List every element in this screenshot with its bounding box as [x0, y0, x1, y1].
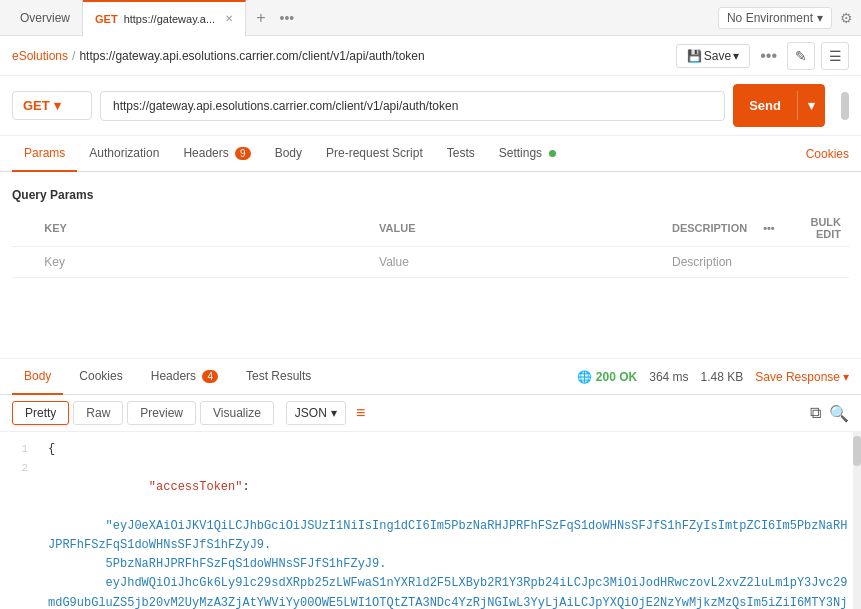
- breadcrumb-separator: /: [72, 49, 75, 63]
- tab-authorization[interactable]: Authorization: [77, 136, 171, 172]
- env-label: No Environment: [727, 11, 813, 25]
- query-params-section: Query Params KEY VALUE DESCRIPTION ••• B…: [0, 172, 861, 278]
- view-visualize-label: Visualize: [213, 406, 261, 420]
- format-selector[interactable]: JSON ▾: [286, 401, 346, 425]
- tab-prerequest-label: Pre-request Script: [326, 146, 423, 160]
- view-preview-button[interactable]: Preview: [127, 401, 196, 425]
- tab-tests-label: Tests: [447, 146, 475, 160]
- params-table: KEY VALUE DESCRIPTION ••• Bulk Edit Key …: [12, 210, 849, 278]
- search-icon[interactable]: 🔍: [829, 404, 849, 423]
- res-tab-cookies-label: Cookies: [79, 369, 122, 383]
- send-label: Send: [733, 91, 797, 120]
- save-response-label: Save Response: [755, 370, 840, 384]
- breadcrumb-current: https://gateway.api.esolutions.carrier.c…: [79, 49, 424, 63]
- global-options-icon[interactable]: ⚙: [840, 10, 853, 26]
- format-label: JSON: [295, 406, 327, 420]
- col-description-header: DESCRIPTION: [664, 210, 755, 247]
- edit-button[interactable]: ✎: [787, 42, 815, 70]
- json-response-body[interactable]: 1 { 2 "accessToken": "eyJ0eXAiOiJKV1QiLC…: [0, 432, 861, 609]
- query-params-title: Query Params: [12, 180, 849, 210]
- view-visualize-button[interactable]: Visualize: [200, 401, 274, 425]
- row-dots: [755, 247, 783, 278]
- text-view-icon: ☰: [829, 48, 842, 64]
- tab-right-area: No Environment ▾ ⚙: [718, 7, 853, 29]
- view-preview-label: Preview: [140, 406, 183, 420]
- tab-authorization-label: Authorization: [89, 146, 159, 160]
- tab-url-label: https://gateway.a...: [124, 13, 216, 25]
- json-line-2-content: "accessToken":: [40, 459, 861, 517]
- res-tab-cookies[interactable]: Cookies: [67, 359, 134, 395]
- tab-params-label: Params: [24, 146, 65, 160]
- res-tab-test-results[interactable]: Test Results: [234, 359, 323, 395]
- row-description[interactable]: Description: [664, 247, 755, 278]
- tab-close-icon[interactable]: ✕: [225, 13, 233, 24]
- json-line-3-content: "eyJ0eXAiOiJKV1QiLCJhbGciOiJSUzI1NiIsIng…: [40, 517, 861, 609]
- json-key-accesstoken: "accessToken": [149, 480, 243, 494]
- json-line-2: 2 "accessToken":: [0, 459, 861, 517]
- res-tab-headers-label: Headers: [151, 369, 196, 383]
- request-tabs: Params Authorization Headers 9 Body Pre-…: [0, 136, 861, 172]
- send-button[interactable]: Send ▾: [733, 84, 825, 127]
- actions-dots-button[interactable]: •••: [756, 47, 781, 65]
- response-tabs: Body Cookies Headers 4 Test Results 🌐 20…: [0, 359, 861, 395]
- breadcrumb-parent[interactable]: eSolutions: [12, 49, 68, 63]
- row-bulk: [783, 247, 849, 278]
- json-line-1: 1 {: [0, 440, 861, 459]
- format-chevron-icon: ▾: [331, 406, 337, 420]
- breadcrumb-bar: eSolutions / https://gateway.api.esoluti…: [0, 36, 861, 76]
- line-number-1: 1: [0, 440, 40, 459]
- copy-icon[interactable]: ⧉: [810, 404, 821, 422]
- table-row: Key Value Description: [12, 247, 849, 278]
- tab-plus-button[interactable]: +: [246, 9, 275, 27]
- edit-icon: ✎: [795, 48, 807, 64]
- method-selector[interactable]: GET ▾: [12, 91, 92, 120]
- url-bar: GET ▾ Send ▾: [0, 76, 861, 136]
- settings-dot: [549, 150, 556, 157]
- res-tab-test-label: Test Results: [246, 369, 311, 383]
- tab-overflow-button[interactable]: •••: [280, 10, 295, 26]
- response-status-code: 🌐 200 OK: [577, 370, 637, 384]
- col-dots-header[interactable]: •••: [755, 210, 783, 247]
- tab-headers[interactable]: Headers 9: [171, 136, 262, 172]
- save-response-chevron-icon: ▾: [843, 370, 849, 384]
- send-button-group: Send ▾: [733, 84, 825, 127]
- send-arrow-icon[interactable]: ▾: [797, 91, 825, 120]
- url-input[interactable]: [100, 91, 725, 121]
- res-tab-body-label: Body: [24, 369, 51, 383]
- line-number-2: 2: [0, 459, 40, 517]
- col-value-header: VALUE: [371, 210, 664, 247]
- res-tab-body[interactable]: Body: [12, 359, 63, 395]
- col-check-header: [12, 210, 36, 247]
- tab-body[interactable]: Body: [263, 136, 314, 172]
- tab-tests[interactable]: Tests: [435, 136, 487, 172]
- res-tab-headers[interactable]: Headers 4: [139, 359, 230, 395]
- json-line-3: "eyJ0eXAiOiJKV1QiLCJhbGciOiJSUzI1NiIsIng…: [0, 517, 861, 609]
- tab-get-auth[interactable]: GET https://gateway.a... ✕: [83, 0, 246, 36]
- tab-headers-label: Headers: [183, 146, 228, 160]
- row-key[interactable]: Key: [36, 247, 371, 278]
- res-headers-badge: 4: [202, 370, 218, 383]
- environment-selector[interactable]: No Environment ▾: [718, 7, 832, 29]
- method-chevron-icon: ▾: [54, 98, 61, 113]
- filter-icon[interactable]: ≡: [356, 404, 365, 422]
- save-response-button[interactable]: Save Response ▾: [755, 370, 849, 384]
- tab-overview[interactable]: Overview: [8, 0, 83, 36]
- row-value[interactable]: Value: [371, 247, 664, 278]
- view-raw-button[interactable]: Raw: [73, 401, 123, 425]
- text-view-button[interactable]: ☰: [821, 42, 849, 70]
- method-label: GET: [23, 98, 50, 113]
- view-pretty-button[interactable]: Pretty: [12, 401, 69, 425]
- save-button[interactable]: 💾 Save ▾: [676, 44, 750, 68]
- json-scrollbar-thumb[interactable]: [853, 436, 861, 466]
- tab-prerequest[interactable]: Pre-request Script: [314, 136, 435, 172]
- tab-settings[interactable]: Settings: [487, 136, 569, 172]
- tab-overview-label: Overview: [20, 11, 70, 25]
- row-checkbox[interactable]: [12, 247, 36, 278]
- cookies-link[interactable]: Cookies: [806, 147, 849, 161]
- json-scrollbar-track: [853, 432, 861, 609]
- breadcrumb-actions: 💾 Save ▾ ••• ✎ ☰: [676, 42, 849, 70]
- tab-params[interactable]: Params: [12, 136, 77, 172]
- params-spacer: [0, 278, 861, 358]
- col-bulk-header[interactable]: Bulk Edit: [783, 210, 849, 247]
- col-key-header: KEY: [36, 210, 371, 247]
